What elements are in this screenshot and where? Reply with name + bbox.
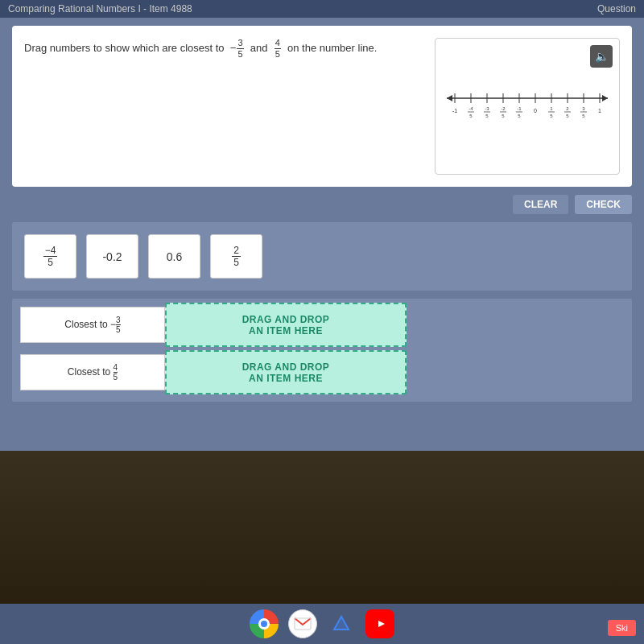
svg-text:5: 5: [582, 114, 585, 118]
drop-table: Closest to −35 DRAG AND DROPAN ITEM HERE…: [12, 299, 632, 402]
svg-text:5: 5: [485, 114, 489, 118]
question-card: Drag numbers to show which are closest t…: [12, 26, 632, 187]
drag-fraction-4: 2 5: [232, 245, 241, 268]
svg-marker-1: [447, 95, 452, 101]
svg-text:-1: -1: [452, 108, 457, 114]
svg-marker-41: [378, 621, 385, 627]
drop-zone-1[interactable]: DRAG AND DROPAN ITEM HERE: [165, 303, 407, 347]
svg-text:5: 5: [469, 114, 473, 118]
svg-marker-40: [334, 617, 349, 630]
drop-label-1: Closest to −35: [20, 307, 165, 343]
fraction-1: 3 5: [237, 38, 243, 60]
fraction-2: 4 5: [275, 38, 281, 60]
drag-label-2: -0.2: [102, 250, 122, 263]
drive-icon[interactable]: [327, 609, 356, 638]
svg-text:3: 3: [582, 106, 585, 111]
button-row: CLEAR CHECK: [12, 195, 632, 214]
drop-zone-2[interactable]: DRAG AND DROPAN ITEM HERE: [165, 350, 407, 394]
question-text: Drag numbers to show which are closest t…: [24, 38, 423, 175]
instruction-text: Drag numbers to show which are closest t…: [24, 42, 225, 54]
svg-text:5: 5: [550, 114, 553, 118]
main-area: Drag numbers to show which are closest t…: [0, 18, 644, 469]
gmail-icon[interactable]: [288, 609, 317, 638]
bottom-area: [0, 451, 644, 604]
check-button[interactable]: CHECK: [575, 195, 632, 214]
svg-marker-2: [602, 95, 608, 101]
number-line-svg: -1 -4 5 -3 5 -2 5 -1 5: [443, 82, 612, 130]
drag-fraction-1: −4 5: [43, 245, 58, 268]
svg-text:-1: -1: [517, 106, 522, 111]
taskbar: Ski: [0, 604, 644, 644]
drop-label-frac-1: 35: [116, 316, 121, 334]
svg-text:1: 1: [550, 106, 553, 111]
svg-text:-3: -3: [485, 106, 489, 111]
drag-item-3[interactable]: 0.6: [148, 234, 200, 279]
drop-row-1: Closest to −35 DRAG AND DROPAN ITEM HERE: [20, 303, 624, 347]
svg-text:5: 5: [518, 114, 521, 118]
drag-item-1[interactable]: −4 5: [24, 234, 76, 279]
svg-text:-2: -2: [501, 106, 506, 111]
clear-button[interactable]: CLEAR: [513, 195, 568, 214]
svg-text:5: 5: [566, 114, 569, 118]
svg-text:0: 0: [534, 108, 537, 114]
sound-button[interactable]: 🔈: [590, 45, 613, 68]
svg-text:1: 1: [598, 108, 601, 114]
svg-text:-4: -4: [469, 106, 473, 111]
drop-label-frac-2: 45: [114, 363, 118, 382]
suffix-text: on the number line.: [287, 42, 377, 54]
draggable-row: −4 5 -0.2 0.6 2 5: [12, 222, 632, 291]
drag-item-4[interactable]: 2 5: [210, 234, 262, 279]
chrome-icon[interactable]: [250, 609, 279, 638]
youtube-icon[interactable]: [365, 609, 394, 638]
svg-text:5: 5: [502, 114, 505, 118]
drag-label-3: 0.6: [167, 250, 182, 263]
drop-label-2: Closest to 45: [20, 354, 165, 390]
drop-row-2: Closest to 45 DRAG AND DROPAN ITEM HERE: [20, 350, 624, 394]
conjunction: and: [250, 42, 268, 54]
skip-button[interactable]: Ski: [608, 620, 636, 636]
drag-item-2[interactable]: -0.2: [86, 234, 138, 279]
top-bar: Comparing Rational Numbers I - Item 4988…: [0, 0, 644, 18]
number-line-box: 🔈 -1 -4 5 -3 5: [435, 38, 620, 175]
page-title: Comparing Rational Numbers I - Item 4988: [8, 3, 192, 14]
question-label: Question: [597, 3, 636, 14]
svg-text:2: 2: [566, 106, 569, 111]
